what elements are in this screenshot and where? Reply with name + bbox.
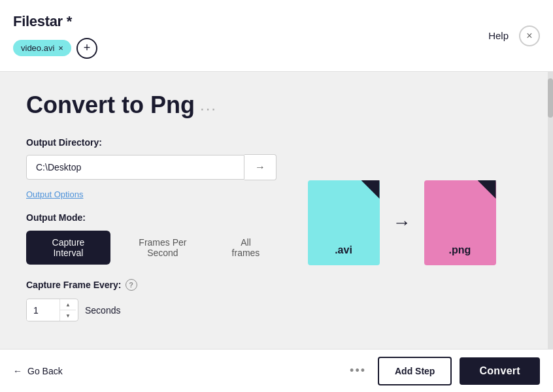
close-icon: × <box>526 30 532 42</box>
convert-button[interactable]: Convert <box>460 357 540 385</box>
app-title: Filestar * <box>13 13 97 30</box>
file-tag: video.avi × <box>13 40 71 56</box>
file-tag-label: video.avi <box>21 43 54 53</box>
output-mode-label: Output Mode: <box>26 212 276 223</box>
capture-frame-label: Capture Frame Every: ? <box>26 279 276 291</box>
go-back-arrow-icon: ← <box>13 366 22 376</box>
page-title-dots: ... <box>200 96 217 114</box>
file-tags: video.avi × + <box>13 38 97 59</box>
close-button[interactable]: × <box>519 25 540 46</box>
number-spinners: ▲ ▼ <box>59 299 76 321</box>
more-dots-icon: ••• <box>350 364 366 377</box>
go-back-label: Go Back <box>27 366 63 376</box>
target-file-label: .png <box>449 244 471 256</box>
browse-button[interactable]: → <box>244 154 276 180</box>
scrollbar-thumb[interactable] <box>548 78 553 118</box>
add-file-button[interactable]: + <box>76 38 97 59</box>
file-tag-close-icon[interactable]: × <box>58 44 63 52</box>
conversion-arrow-icon: → <box>393 212 411 233</box>
more-options-button[interactable]: ••• <box>346 360 370 382</box>
file-conversion-visual: .avi → .png <box>308 180 496 265</box>
source-file-body: .avi <box>308 180 380 265</box>
seconds-row: ▲ ▼ Seconds <box>26 299 276 321</box>
directory-input[interactable] <box>26 155 244 180</box>
seconds-label: Seconds <box>85 305 120 316</box>
main-content: Convert to Png ... Output Directory: → O… <box>0 72 553 349</box>
target-file-body: .png <box>424 180 496 265</box>
go-back-button[interactable]: ← Go Back <box>13 366 63 376</box>
page-title: Convert to Png ... <box>26 91 527 119</box>
capture-interval-input-wrapper: ▲ ▼ <box>26 299 78 321</box>
right-panel: .avi → .png <box>276 124 527 321</box>
target-file-corner <box>478 180 496 199</box>
left-panel: Output Directory: → Output Options Outpu… <box>26 137 276 321</box>
output-directory-label: Output Directory: <box>26 137 276 148</box>
output-options-link[interactable]: Output Options <box>26 189 83 199</box>
header-left: Filestar * video.avi × + <box>13 13 97 59</box>
capture-interval-input[interactable] <box>27 300 59 321</box>
mode-buttons: Capture Interval Frames Per Second All f… <box>26 231 276 265</box>
page-title-text: Convert to Png <box>26 91 195 119</box>
add-step-button[interactable]: Add Step <box>378 357 452 385</box>
directory-input-row: → <box>26 154 276 180</box>
source-file-corner <box>361 180 380 199</box>
content-area: Output Directory: → Output Options Outpu… <box>26 137 527 321</box>
source-file-icon: .avi <box>308 180 380 265</box>
mode-capture-interval-button[interactable]: Capture Interval <box>26 231 110 265</box>
mode-all-frames-button[interactable]: All frames <box>215 231 276 265</box>
target-file-icon: .png <box>424 180 496 265</box>
spinner-up-button[interactable]: ▲ <box>60 299 76 310</box>
footer: ← Go Back ••• Add Step Convert <box>0 349 553 392</box>
header-right: Help × <box>488 25 540 46</box>
help-link[interactable]: Help <box>488 30 509 41</box>
spinner-down-button[interactable]: ▼ <box>60 310 76 321</box>
header: Filestar * video.avi × + Help × <box>0 0 553 72</box>
capture-help-icon[interactable]: ? <box>126 279 137 291</box>
mode-fps-button[interactable]: Frames Per Second <box>113 231 212 265</box>
footer-right: ••• Add Step Convert <box>346 357 540 385</box>
source-file-label: .avi <box>335 244 352 256</box>
scrollbar-track[interactable] <box>548 72 553 349</box>
